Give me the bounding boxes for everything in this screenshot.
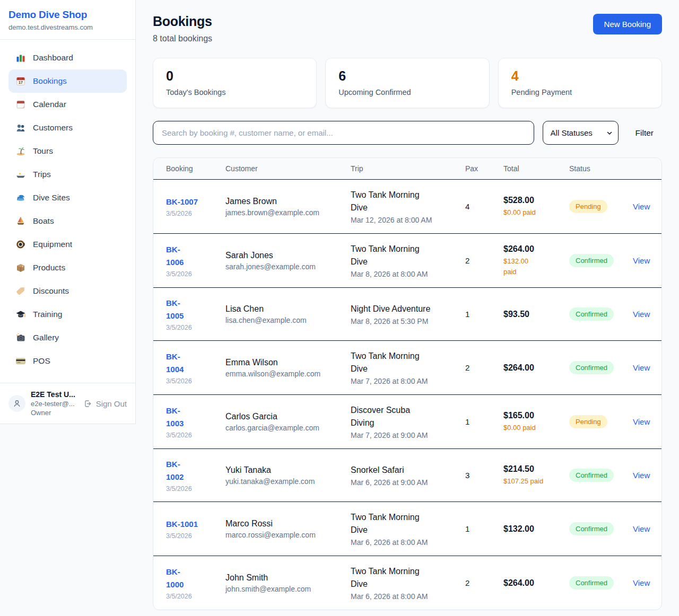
status-badge: Confirmed — [569, 469, 614, 482]
status-badge: Confirmed — [569, 576, 614, 589]
view-link[interactable]: View — [633, 202, 650, 211]
table-row: BK-10003/5/2026 John Smithjohn.smith@exa… — [153, 556, 661, 610]
column-header-customer: Customer — [219, 158, 344, 180]
paid-amount: $0.00 paid — [503, 207, 556, 218]
sign-out-label: Sign Out — [96, 399, 127, 408]
total-amount: $132.00 — [503, 524, 556, 534]
sidebar-item-tours[interactable]: Tours — [8, 139, 127, 163]
main-content: Bookings 8 total bookings New Booking 0 … — [136, 0, 679, 616]
gallery-icon — [15, 332, 26, 343]
boats-icon — [15, 216, 26, 226]
calendar-icon — [15, 99, 26, 110]
bookings-icon: 17 — [15, 76, 26, 86]
sidebar-item-label: Boats — [33, 216, 54, 226]
booking-link[interactable]: BK-1002 — [166, 458, 189, 483]
customer-name: Lisa Chen — [225, 304, 338, 314]
sidebar-item-gallery[interactable]: Gallery — [8, 326, 127, 349]
filters-row: All Statuses Filter — [153, 121, 662, 145]
dashboard-icon — [15, 52, 26, 63]
table-row: BK-10053/5/2026 Lisa Chenlisa.chen@examp… — [153, 288, 661, 341]
sidebar-item-calendar[interactable]: Calendar — [8, 93, 127, 116]
equipment-icon — [15, 239, 26, 250]
sidebar-item-label: Training — [33, 310, 62, 319]
customer-email: lisa.chen@example.com — [225, 316, 338, 324]
column-header-total: Total — [497, 158, 563, 180]
search-input[interactable] — [153, 121, 534, 145]
sidebar-item-label: Gallery — [33, 333, 59, 342]
training-icon — [15, 309, 26, 320]
view-link[interactable]: View — [633, 524, 650, 533]
sidebar-item-trips[interactable]: Trips — [8, 163, 127, 186]
sidebar-item-dashboard[interactable]: Dashboard — [8, 46, 127, 69]
customer-name: Marco Rossi — [225, 519, 338, 529]
person-icon — [12, 399, 22, 408]
stat-value: 4 — [511, 68, 649, 84]
sidebar-item-bookings[interactable]: 17 Bookings — [8, 69, 127, 93]
sidebar-item-discounts[interactable]: Discounts — [8, 279, 127, 303]
sidebar-item-products[interactable]: Products — [8, 256, 127, 279]
stat-label: Today's Bookings — [166, 88, 303, 96]
stat-card-upcoming-confirmed: 6 Upcoming Confirmed — [325, 58, 489, 108]
trip-name: Two Tank Morning Dive — [351, 511, 431, 536]
view-link[interactable]: View — [633, 471, 650, 480]
filter-button[interactable]: Filter — [627, 128, 662, 138]
trip-name: Two Tank Morning Dive — [351, 350, 431, 375]
stat-card-todays-bookings: 0 Today's Bookings — [153, 58, 317, 108]
booking-link[interactable]: BK-1004 — [166, 350, 189, 376]
customer-email: james.brown@example.com — [225, 208, 338, 217]
status-badge: Pending — [569, 200, 607, 213]
booking-date: 3/5/2026 — [166, 210, 213, 217]
table-row: BK-10073/5/2026 James Brownjames.brown@e… — [153, 180, 661, 234]
trips-icon — [15, 169, 26, 180]
booking-date: 3/5/2026 — [166, 324, 213, 331]
sidebar-item-pos[interactable]: POS — [8, 349, 127, 373]
sidebar-item-customers[interactable]: Customers — [8, 116, 127, 139]
view-link[interactable]: View — [633, 310, 650, 319]
customer-email: carlos.garcia@example.com — [225, 424, 338, 432]
status-badge: Pending — [569, 415, 607, 428]
bookings-table-card: Booking Customer Trip Pax Total Status B… — [153, 157, 662, 610]
status-badge: Confirmed — [569, 361, 614, 374]
sidebar-item-label: Bookings — [33, 76, 67, 86]
view-link[interactable]: View — [633, 256, 650, 265]
sidebar-item-training[interactable]: Training — [8, 303, 127, 326]
table-row: BK-10013/5/2026 Marco Rossimarco.rossi@e… — [153, 502, 661, 556]
pax-count: 4 — [459, 180, 497, 234]
paid-amount: $132.00 paid — [503, 256, 534, 277]
sign-out-button[interactable]: Sign Out — [83, 399, 127, 408]
pax-count: 2 — [459, 556, 497, 610]
booking-link[interactable]: BK-1001 — [166, 518, 198, 531]
booking-link[interactable]: BK-1003 — [166, 404, 189, 430]
sidebar-item-equipment[interactable]: Equipment — [8, 233, 127, 256]
booking-link[interactable]: BK-1000 — [166, 566, 189, 591]
column-header-status: Status — [563, 158, 626, 180]
sidebar: Demo Dive Shop demo.test.divestreams.com… — [0, 0, 136, 424]
table-row: BK-10043/5/2026 Emma Wilsonemma.wilson@e… — [153, 341, 661, 395]
view-link[interactable]: View — [633, 417, 650, 426]
sidebar-item-label: Equipment — [33, 240, 72, 249]
customers-icon — [15, 122, 26, 133]
view-link[interactable]: View — [633, 363, 650, 372]
trip-datetime: Mar 8, 2026 at 8:00 AM — [351, 270, 452, 278]
new-booking-button[interactable]: New Booking — [593, 14, 662, 34]
customer-name: Yuki Tanaka — [225, 465, 338, 475]
sidebar-item-boats[interactable]: Boats — [8, 209, 127, 233]
pax-count: 3 — [459, 449, 497, 502]
booking-link[interactable]: BK-1006 — [166, 243, 189, 269]
user-role: Owner — [31, 409, 78, 417]
user-info: E2E Test U... e2e-tester@... Owner — [31, 390, 78, 417]
sidebar-header: Demo Dive Shop demo.test.divestreams.com — [0, 0, 135, 40]
table-row: BK-10063/5/2026 Sarah Jonessarah.jones@e… — [153, 234, 661, 288]
trip-name: Two Tank Morning Dive — [351, 565, 431, 591]
svg-text:17: 17 — [19, 81, 23, 84]
sidebar-item-label: POS — [33, 356, 50, 366]
app-root: Demo Dive Shop demo.test.divestreams.com… — [0, 0, 679, 616]
status-select[interactable]: All Statuses — [543, 121, 619, 145]
booking-date: 3/5/2026 — [166, 485, 213, 492]
user-email: e2e-tester@... — [31, 400, 78, 408]
trip-name: Snorkel Safari — [351, 464, 452, 477]
booking-link[interactable]: BK-1005 — [166, 297, 189, 322]
booking-link[interactable]: BK-1007 — [166, 196, 198, 208]
view-link[interactable]: View — [633, 578, 650, 587]
sidebar-item-dive-sites[interactable]: Dive Sites — [8, 186, 127, 209]
